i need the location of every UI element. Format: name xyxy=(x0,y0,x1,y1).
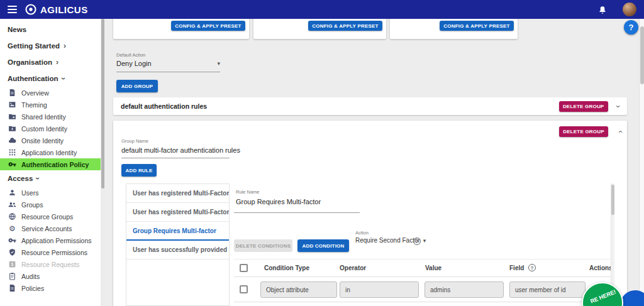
document-icon xyxy=(8,284,16,292)
sidebar-item-label: Shared Identity xyxy=(21,113,66,121)
scrollbar-thumb[interactable] xyxy=(611,185,614,215)
globe-icon xyxy=(8,212,16,221)
brand-title: AGILICUS xyxy=(40,4,88,15)
field-underline xyxy=(234,212,360,213)
delete-conditions-button: DELETE CONDITIONS xyxy=(234,239,292,252)
field-underline xyxy=(121,158,230,158)
condition-table-row: Object attribute in admins user member o… xyxy=(234,277,613,302)
sidebar-item-users[interactable]: Users xyxy=(0,187,101,199)
sidebar-item-resource-permissions[interactable]: Resource Permissions xyxy=(0,246,101,258)
rules-list: User has registered Multi-Factor Au User… xyxy=(126,183,230,306)
select-all-checkbox[interactable] xyxy=(240,264,248,272)
conditions-table-header: Condition Type Operator Value Field ? Ac… xyxy=(234,259,613,277)
scrollbar-thumb[interactable] xyxy=(640,26,644,84)
shield-icon xyxy=(8,248,16,256)
preset-card: CONFIG & APPLY PRESET xyxy=(390,19,518,39)
sidebar-item-application-identity[interactable]: Application Identity xyxy=(0,146,101,158)
sidebar-item-overview[interactable]: Overview xyxy=(0,87,101,99)
sidebar-item-news[interactable]: News xyxy=(0,21,101,38)
cloud-icon xyxy=(8,136,16,145)
rule-name-input[interactable]: Group Requires Multi-factor xyxy=(236,198,321,205)
sidebar-item-label: Onsite Identity xyxy=(21,137,64,145)
person-icon xyxy=(8,189,16,197)
column-header-operator: Operator xyxy=(340,265,366,271)
user-avatar[interactable] xyxy=(623,3,636,16)
column-header-condition-type: Condition Type xyxy=(264,265,309,271)
top-bar: AGILICUS xyxy=(0,0,644,19)
sidebar-item-theming[interactable]: Theming xyxy=(0,99,101,111)
sidebar-item-audits[interactable]: Audits xyxy=(0,270,101,282)
chevron-right-icon: › xyxy=(64,42,66,50)
chevron-down-icon: › xyxy=(34,177,42,180)
config-apply-preset-button[interactable]: CONFIG & APPLY PRESET xyxy=(308,21,382,31)
sidebar-item-label: Application Identity xyxy=(21,149,77,156)
rule-list-item[interactable]: User has registered Multi-Factor Au xyxy=(126,203,229,222)
sidebar-item-custom-identity[interactable]: Custom Identity xyxy=(0,123,101,134)
sidebar-item-resource-requests[interactable]: 1 Resource Requests xyxy=(0,258,101,270)
rule-list-item-selected[interactable]: Group Requires Multi-factor xyxy=(126,222,229,241)
default-action-label: Default Action xyxy=(116,52,145,58)
sidebar-item-label: News xyxy=(8,26,26,33)
chevron-down-icon: ▾ xyxy=(217,60,220,67)
chevron-down-icon: ▾ xyxy=(423,238,426,244)
group-panel-multi-factor: DELETE GROUP › Group Name default multi-… xyxy=(113,121,627,306)
sidebar-item-label: Users xyxy=(21,189,38,197)
preset-card: CONFIG & APPLY PRESET xyxy=(253,19,386,39)
sidebar-item-label: Getting Started xyxy=(8,42,60,50)
sidebar-item-label: Groups xyxy=(21,201,43,209)
chevron-down-icon: › xyxy=(60,77,67,80)
column-header-value: Value xyxy=(425,265,441,271)
condition-type-input[interactable]: Object attribute xyxy=(260,281,337,298)
group-name-label: Group Name xyxy=(121,138,148,144)
sidebar-item-label: Overview xyxy=(21,89,49,97)
field-input[interactable]: user member of id xyxy=(509,281,586,298)
rule-list-item[interactable]: User has registered Multi-Factor Au xyxy=(126,184,229,203)
sidebar-item-authentication[interactable]: Authentication› xyxy=(0,70,101,87)
sidebar-item-policies[interactable]: Policies xyxy=(0,282,101,294)
delete-group-button[interactable]: DELETE GROUP xyxy=(559,101,608,112)
add-group-button[interactable]: ADD GROUP xyxy=(116,80,158,92)
chevron-right-icon: › xyxy=(56,58,58,66)
chevron-up-icon[interactable]: › xyxy=(614,130,624,133)
menu-icon[interactable] xyxy=(8,6,17,13)
folder-icon xyxy=(8,124,16,133)
rule-label: User has successfully provided a s xyxy=(133,246,229,253)
sidebar-scrollbar[interactable] xyxy=(101,19,105,306)
sidebar-item-authentication-policy[interactable]: Authentication Policy xyxy=(0,158,101,170)
sidebar-item-service-accounts[interactable]: ⚙ Service Accounts xyxy=(0,222,101,234)
sidebar-item-resource-groups[interactable]: Resource Groups xyxy=(0,210,101,222)
default-action-select[interactable]: Deny Login ▾ xyxy=(116,60,220,67)
badge-label: RE HERE! xyxy=(584,287,621,306)
row-checkbox[interactable] xyxy=(240,285,248,293)
group-name-input[interactable]: default multi-factor authentication rule… xyxy=(121,146,240,154)
people-icon xyxy=(8,200,16,209)
image-icon xyxy=(8,101,16,109)
sidebar-item-organisation[interactable]: Organisation› xyxy=(0,54,101,70)
rule-label: Group Requires Multi-factor xyxy=(133,227,216,234)
sidebar-item-groups[interactable]: Groups xyxy=(0,199,101,210)
sidebar-item-application-permissions[interactable]: Application Permissions xyxy=(0,234,101,246)
chevron-down-icon[interactable]: › xyxy=(613,105,623,107)
sidebar-item-onsite-identity[interactable]: Onsite Identity xyxy=(0,134,101,146)
delete-group-button[interactable]: DELETE GROUP xyxy=(559,126,608,137)
add-rule-button[interactable]: ADD RULE xyxy=(121,164,157,177)
main-content: CONFIG & APPLY PRESET CONFIG & APPLY PRE… xyxy=(105,19,639,306)
value-input[interactable]: admins xyxy=(425,281,504,298)
group-row-default-authentication-rules[interactable]: default authentication rules DELETE GROU… xyxy=(113,97,627,115)
scrollbar-thumb[interactable] xyxy=(101,19,104,189)
config-apply-preset-button[interactable]: CONFIG & APPLY PRESET xyxy=(440,21,514,31)
operator-input[interactable]: in xyxy=(340,281,419,298)
page-scrollbar[interactable] xyxy=(639,19,644,306)
notifications-bell-icon[interactable] xyxy=(597,4,608,14)
help-fab-button[interactable]: ? xyxy=(624,20,638,35)
help-icon[interactable]: ? xyxy=(528,264,536,271)
svg-text:1: 1 xyxy=(11,262,14,266)
config-apply-preset-button[interactable]: CONFIG & APPLY PRESET xyxy=(171,21,245,31)
agilicus-logo-icon xyxy=(25,3,37,16)
rule-list-item[interactable]: User has successfully provided a s xyxy=(126,241,229,260)
sidebar-item-getting-started[interactable]: Getting Started› xyxy=(0,38,101,54)
add-condition-button[interactable]: ADD CONDITION xyxy=(297,239,349,252)
sidebar-item-access[interactable]: Access› xyxy=(0,170,101,187)
sidebar-item-shared-identity[interactable]: Shared Identity xyxy=(0,111,101,123)
help-icon[interactable]: ? xyxy=(413,238,421,245)
